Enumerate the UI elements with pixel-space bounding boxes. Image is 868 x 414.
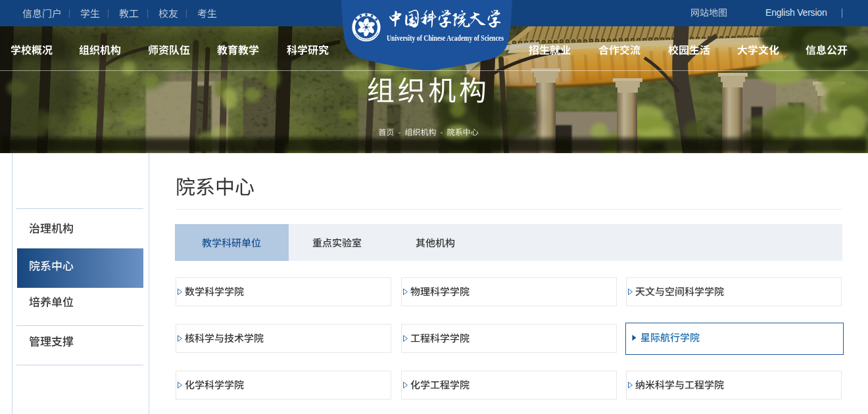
svg-text:University of Chinese Academy: University of Chinese Academy of Science…	[387, 33, 504, 43]
